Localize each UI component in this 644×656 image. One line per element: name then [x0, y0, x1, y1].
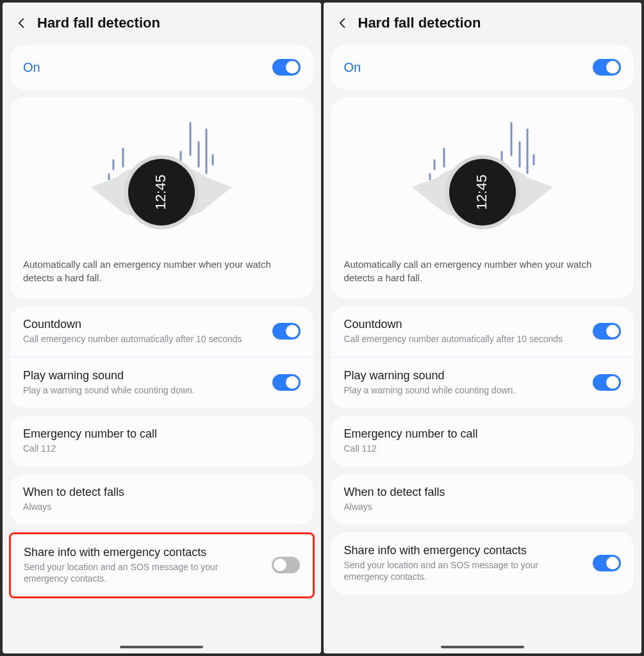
- countdown-title: Countdown: [23, 318, 262, 331]
- highlight-share-info: Share info with emergency contacts Send …: [9, 532, 315, 599]
- countdown-sub: Call emergency number automatically afte…: [23, 333, 262, 345]
- countdown-toggle[interactable]: [272, 323, 301, 340]
- warning-sound-row[interactable]: Play warning sound Play a warning sound …: [10, 357, 313, 408]
- emergency-number-title: Emergency number to call: [344, 427, 611, 441]
- countdown-row[interactable]: Countdown Call emergency number automati…: [331, 306, 634, 357]
- warning-sound-row[interactable]: Play warning sound Play a warning sound …: [331, 357, 634, 408]
- emergency-number-sub: Call 112: [23, 443, 290, 455]
- emergency-number-card[interactable]: Emergency number to call Call 112: [331, 416, 634, 466]
- when-detect-title: When to detect falls: [23, 486, 290, 499]
- home-indicator[interactable]: [441, 646, 524, 648]
- emergency-number-sub: Call 112: [344, 443, 611, 455]
- share-info-sub: Send your location and an SOS message to…: [24, 561, 261, 586]
- emergency-number-card[interactable]: Emergency number to call Call 112: [10, 416, 313, 466]
- share-info-title: Share info with emergency contacts: [344, 544, 583, 557]
- master-toggle-card: On: [331, 45, 634, 90]
- hero-description: Automatically call an emergency number w…: [331, 251, 634, 299]
- page-title: Hard fall detection: [37, 15, 160, 31]
- back-icon: [336, 17, 349, 29]
- warning-sound-title: Play warning sound: [23, 369, 262, 382]
- svg-text:12:45: 12:45: [153, 174, 169, 209]
- when-detect-title: When to detect falls: [344, 486, 611, 499]
- countdown-warning-card: Countdown Call emergency number automati…: [10, 306, 313, 408]
- screen-right: Hard fall detection On: [324, 3, 642, 653]
- back-button[interactable]: [13, 14, 31, 32]
- warning-sound-toggle[interactable]: [593, 374, 621, 391]
- master-toggle-row[interactable]: On: [331, 45, 634, 90]
- watch-illustration: 12:45: [331, 97, 634, 251]
- countdown-sub: Call emergency number automatically afte…: [344, 333, 583, 345]
- emergency-number-title: Emergency number to call: [23, 427, 290, 441]
- master-toggle-label: On: [344, 60, 361, 75]
- master-toggle-label: On: [23, 60, 40, 75]
- page-title: Hard fall detection: [358, 15, 481, 31]
- watch-icon: 12:45: [78, 117, 245, 245]
- countdown-title: Countdown: [344, 318, 583, 331]
- home-indicator[interactable]: [120, 646, 203, 648]
- master-toggle-card: On: [10, 45, 313, 90]
- share-info-toggle[interactable]: [593, 555, 621, 571]
- header: Hard fall detection: [324, 3, 642, 41]
- when-detect-card[interactable]: When to detect falls Always: [331, 474, 634, 525]
- master-toggle-row[interactable]: On: [10, 45, 313, 90]
- countdown-toggle[interactable]: [593, 323, 621, 340]
- svg-text:12:45: 12:45: [474, 174, 490, 209]
- watch-illustration: 12:45: [10, 97, 313, 251]
- watch-icon: 12:45: [399, 117, 566, 245]
- back-icon: [15, 17, 28, 29]
- share-info-title: Share info with emergency contacts: [24, 546, 261, 559]
- master-toggle[interactable]: [272, 59, 301, 76]
- warning-sound-title: Play warning sound: [344, 369, 583, 382]
- hero-description: Automatically call an emergency number w…: [10, 251, 313, 299]
- when-detect-card[interactable]: When to detect falls Always: [10, 474, 313, 525]
- countdown-row[interactable]: Countdown Call emergency number automati…: [10, 306, 313, 357]
- header: Hard fall detection: [3, 3, 321, 41]
- share-info-card[interactable]: Share info with emergency contacts Send …: [11, 534, 313, 597]
- back-button[interactable]: [334, 14, 352, 32]
- hero-card: 12:45 Automatically call an emergency nu…: [331, 97, 634, 299]
- warning-sound-toggle[interactable]: [272, 374, 301, 391]
- hero-card: 12:45 Automatically call an emergency nu…: [10, 97, 313, 299]
- warning-sound-sub: Play a warning sound while counting down…: [23, 384, 262, 397]
- share-info-card[interactable]: Share info with emergency contacts Send …: [331, 532, 634, 595]
- when-detect-sub: Always: [23, 501, 290, 513]
- screen-left: Hard fall detection On: [3, 3, 321, 653]
- warning-sound-sub: Play a warning sound while counting down…: [344, 384, 583, 397]
- when-detect-sub: Always: [344, 501, 611, 513]
- share-info-sub: Send your location and an SOS message to…: [344, 559, 583, 584]
- share-info-toggle[interactable]: [272, 557, 300, 573]
- countdown-warning-card: Countdown Call emergency number automati…: [331, 306, 634, 408]
- master-toggle[interactable]: [593, 59, 621, 76]
